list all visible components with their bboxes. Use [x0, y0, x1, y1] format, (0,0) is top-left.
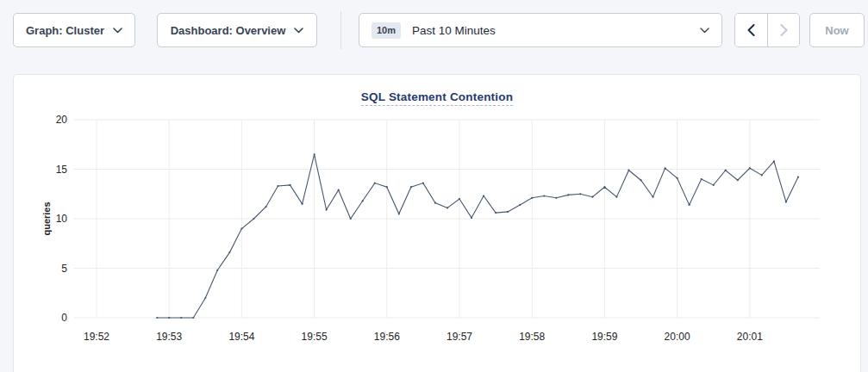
svg-text:19:53: 19:53	[156, 331, 182, 343]
svg-text:5: 5	[61, 263, 67, 275]
svg-text:19:56: 19:56	[374, 331, 400, 343]
time-back-button[interactable]	[735, 14, 767, 46]
chart-title-wrap: SQL Statement Contention	[14, 75, 860, 106]
svg-text:10: 10	[56, 213, 68, 225]
chart-canvas[interactable]: 0510152019:5219:5319:5419:5519:5619:5719…	[14, 75, 859, 369]
chevron-down-icon	[700, 28, 709, 34]
now-button[interactable]: Now	[809, 13, 865, 47]
dashboard-dropdown-label: Dashboard: Overview	[171, 24, 286, 37]
svg-text:15: 15	[56, 164, 68, 176]
time-window-badge: 10m	[372, 22, 401, 39]
svg-text:queries: queries	[41, 202, 52, 235]
chevron-down-icon	[294, 28, 303, 34]
graph-dropdown[interactable]: Graph: Cluster	[13, 13, 135, 47]
chart-card: SQL Statement Contention 0510152019:5219…	[13, 74, 861, 372]
graph-dropdown-label: Graph: Cluster	[26, 24, 104, 37]
chart-title[interactable]: SQL Statement Contention	[361, 90, 513, 106]
chevron-down-icon	[113, 28, 122, 34]
chevron-left-icon	[747, 24, 755, 36]
toolbar: Graph: Cluster Dashboard: Overview 10m P…	[0, 0, 868, 49]
time-range-label: Past 10 Minutes	[412, 24, 689, 37]
svg-text:19:58: 19:58	[519, 331, 545, 343]
dashboard-dropdown[interactable]: Dashboard: Overview	[157, 13, 317, 47]
toolbar-divider	[340, 11, 341, 49]
time-range-dropdown[interactable]: 10m Past 10 Minutes	[359, 13, 722, 47]
svg-text:19:54: 19:54	[228, 331, 254, 343]
svg-text:19:55: 19:55	[302, 331, 328, 343]
svg-text:0: 0	[61, 312, 67, 324]
time-forward-button[interactable]	[767, 14, 799, 46]
svg-text:19:59: 19:59	[591, 331, 617, 343]
svg-text:20:00: 20:00	[665, 331, 690, 343]
time-shift-button-group	[734, 13, 800, 47]
svg-text:19:57: 19:57	[446, 331, 472, 343]
svg-text:20:01: 20:01	[737, 331, 763, 343]
svg-text:19:52: 19:52	[84, 331, 109, 343]
svg-text:20: 20	[56, 114, 68, 126]
chevron-right-icon	[780, 24, 788, 36]
